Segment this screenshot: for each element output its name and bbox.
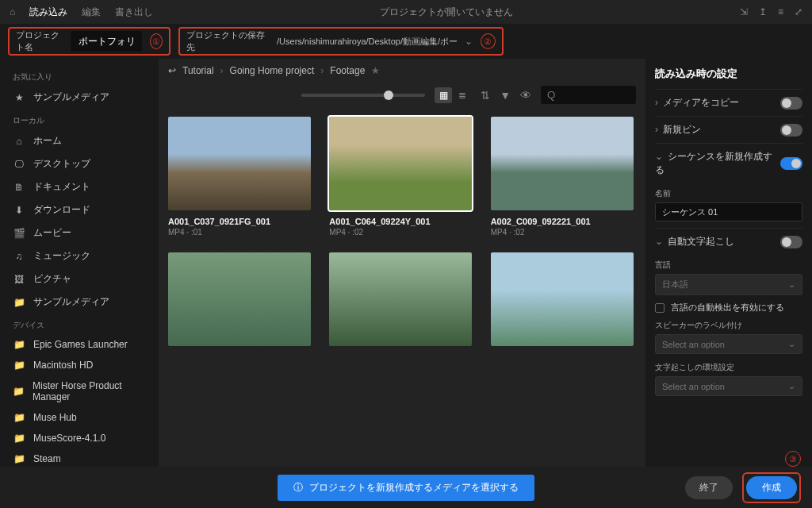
- clip-thumbnail[interactable]: [168, 117, 311, 210]
- clip-meta: MP4 · :02: [491, 228, 634, 237]
- clip-thumbnail[interactable]: [329, 252, 472, 346]
- panel-title: 読み込み時の設定: [655, 67, 802, 81]
- filter-icon[interactable]: ▼: [500, 89, 511, 102]
- annotation-3: ③: [785, 451, 801, 467]
- share-icon[interactable]: ↥: [759, 6, 767, 17]
- list-view-button[interactable]: ≣: [454, 87, 471, 103]
- folder-icon: ⌂: [13, 136, 25, 147]
- favorite-star-icon[interactable]: ★: [371, 65, 380, 76]
- create-button[interactable]: 作成: [746, 476, 797, 499]
- clip-meta: MP4 · :01: [168, 228, 311, 237]
- thumbnail-size-slider[interactable]: [301, 94, 425, 97]
- sidebar-item-device-4[interactable]: 📁MuseScore-4.1.0: [0, 428, 159, 448]
- sort-icon[interactable]: ⇅: [481, 89, 490, 102]
- media-clip[interactable]: [491, 252, 634, 346]
- sidebar-item-local-0[interactable]: ⌂ホーム: [0, 129, 159, 152]
- clip-name: A001_C037_0921FG_001: [168, 217, 311, 226]
- sidebar-section-favorites: お気に入り: [0, 65, 159, 86]
- language-select[interactable]: 日本語⌄: [655, 274, 802, 295]
- titlebar: ⌂ 読み込み 編集 書き出し プロジェクトが開いていません ⇲ ↥ ≡ ⤢: [0, 0, 812, 24]
- sidebar-item-local-5[interactable]: ♫ミュージック: [0, 244, 159, 267]
- sidebar-item-device-0[interactable]: 📁Epic Games Launcher: [0, 334, 159, 355]
- folder-icon: 🖵: [13, 159, 25, 170]
- breadcrumb-1[interactable]: Going Home project: [230, 65, 315, 76]
- media-toolbar: ▦ ≣ ⇅ ▼ 👁: [159, 83, 645, 112]
- folder-icon: 🖼: [13, 274, 25, 285]
- folder-icon: 🎬: [13, 228, 25, 239]
- checkbox-icon: [655, 303, 665, 313]
- sidebar: お気に入り ★サンプルメディア ローカル ⌂ホーム🖵デスクトップ🗎ドキュメント⬇…: [0, 59, 159, 467]
- folder-icon: 📁: [13, 412, 25, 423]
- fullscreen-icon[interactable]: ⤢: [795, 6, 802, 17]
- media-clip[interactable]: [168, 252, 311, 346]
- clip-thumbnail[interactable]: [491, 252, 634, 346]
- save-location-label: プロジェクトの保存先: [186, 29, 269, 53]
- back-icon[interactable]: ↩: [168, 65, 176, 76]
- annotation-2: ②: [481, 33, 496, 49]
- sidebar-item-local-4[interactable]: 🎬ムービー: [0, 221, 159, 244]
- sidebar-item-local-2[interactable]: 🗎ドキュメント: [0, 175, 159, 198]
- exit-button[interactable]: 終了: [685, 476, 733, 499]
- tab-import[interactable]: 読み込み: [29, 6, 67, 19]
- auto-detect-check[interactable]: 言語の自動検出を有効にする: [655, 302, 802, 314]
- footer: ⓘ プロジェクトを新規作成するメディアを選択する 終了 作成 ③: [0, 467, 812, 508]
- sidebar-item-local-3[interactable]: ⬇ダウンロード: [0, 198, 159, 221]
- toggle-copy-media[interactable]: [780, 97, 802, 110]
- toggle-new-bin[interactable]: [780, 124, 802, 137]
- save-location-input[interactable]: [277, 37, 457, 46]
- breadcrumb-2[interactable]: Footage: [330, 65, 365, 76]
- clip-name: A002_C009_092221_001: [491, 217, 634, 226]
- home-icon[interactable]: ⌂: [10, 6, 15, 17]
- toggle-auto-transcribe[interactable]: [780, 236, 802, 248]
- import-settings-panel: 読み込み時の設定 ›メディアをコピー ›新規ビン ⌄シーケンスを新規作成する 名…: [645, 59, 812, 467]
- media-clip[interactable]: A001_C037_0921FG_001MP4 · :01: [168, 117, 311, 237]
- sidebar-section-local: ローカル: [0, 109, 159, 129]
- tab-edit[interactable]: 編集: [82, 6, 101, 19]
- workspace-icon[interactable]: ≡: [778, 6, 783, 17]
- row-auto-transcribe[interactable]: ⌄自動文字起こし: [655, 228, 802, 255]
- speaker-select[interactable]: Select an option⌄: [655, 334, 802, 354]
- info-icon: ⓘ: [293, 481, 303, 495]
- project-name-input[interactable]: [71, 31, 142, 52]
- eye-icon[interactable]: 👁: [520, 89, 531, 102]
- star-icon: ★: [13, 92, 25, 103]
- media-clip[interactable]: [329, 252, 472, 346]
- toggle-create-sequence[interactable]: [780, 157, 802, 170]
- sidebar-item-device-3[interactable]: 📁Muse Hub: [0, 407, 159, 428]
- clip-thumbnail[interactable]: [329, 117, 472, 210]
- row-new-bin[interactable]: ›新規ビン: [655, 116, 802, 143]
- clip-thumbnail[interactable]: [168, 252, 311, 346]
- sidebar-item-local-7[interactable]: 📁サンプルメディア: [0, 291, 159, 314]
- media-clip[interactable]: A002_C009_092221_001MP4 · :02: [491, 117, 634, 237]
- project-name-box: プロジェクト名 ①: [8, 27, 170, 56]
- create-button-highlight: 作成: [742, 472, 801, 503]
- env-label: 文字起こしの環境設定: [655, 362, 802, 373]
- media-clip[interactable]: A001_C064_09224Y_001MP4 · :02: [329, 117, 472, 237]
- folder-icon: 📁: [13, 453, 25, 464]
- folder-icon: 📁: [13, 433, 25, 444]
- folder-icon: 📁: [13, 360, 25, 371]
- env-select[interactable]: Select an option⌄: [655, 376, 802, 396]
- breadcrumb: ↩ Tutorial› Going Home project› Footage …: [159, 59, 645, 83]
- sidebar-item-device-1[interactable]: 📁Macintosh HD: [0, 355, 159, 375]
- sidebar-item-local-1[interactable]: 🖵デスクトップ: [0, 152, 159, 175]
- sidebar-item-device-2[interactable]: 📁Mister Horse Product Manager: [0, 375, 159, 407]
- search-input[interactable]: [541, 86, 636, 104]
- info-banner: ⓘ プロジェクトを新規作成するメディアを選択する: [278, 475, 534, 501]
- sidebar-item-sample-media-fav[interactable]: ★サンプルメディア: [0, 86, 159, 109]
- row-copy-media[interactable]: ›メディアをコピー: [655, 89, 802, 116]
- grid-view-button[interactable]: ▦: [435, 87, 452, 103]
- chevron-down-icon[interactable]: ⌄: [465, 36, 473, 47]
- tab-export[interactable]: 書き出し: [115, 6, 153, 19]
- sidebar-item-local-6[interactable]: 🖼ピクチャ: [0, 267, 159, 291]
- sidebar-item-device-5[interactable]: 📁Steam: [0, 448, 159, 467]
- sequence-name-input[interactable]: [655, 202, 802, 221]
- annotation-1: ①: [150, 33, 163, 49]
- content: ↩ Tutorial› Going Home project› Footage …: [159, 59, 645, 467]
- breadcrumb-0[interactable]: Tutorial: [182, 65, 214, 76]
- project-name-label: プロジェクト名: [16, 29, 63, 53]
- clip-thumbnail[interactable]: [491, 117, 634, 210]
- panel-icon[interactable]: ⇲: [740, 6, 748, 17]
- row-create-sequence[interactable]: ⌄シーケンスを新規作成する: [655, 143, 802, 183]
- sidebar-section-devices: デバイス: [0, 314, 159, 334]
